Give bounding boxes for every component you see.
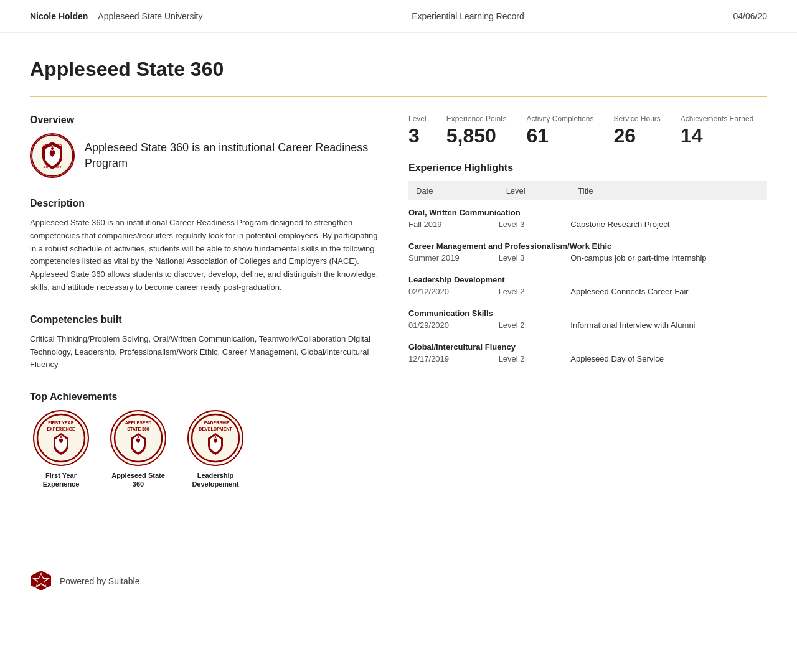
svg-text:EXPERIENCE: EXPERIENCE [47,427,75,431]
table-row: 12/17/2019Level 2Appleseed Day of Servic… [408,353,767,368]
table-row: 02/12/2020Level 2Appleseed Connects Care… [408,286,767,301]
competency-row: Communication Skills [408,301,767,319]
badge-label-2: Appleseed State 360 [107,471,169,489]
svg-text:APPLESEED: APPLESEED [43,144,62,147]
experience-points-value: 5,850 [446,124,496,147]
table-header: Date Level Title [408,181,767,200]
logo-svg: APPLESEED STATE UNIV [31,134,73,177]
description-text: Appleseed State 360 is an institutional … [30,217,379,294]
achievements-title: Top Achievements [30,391,379,403]
footer: Powered by Suitable [0,554,797,609]
suitable-logo-svg [30,569,52,592]
badge-first-year: FIRST YEAR EXPERIENCE First Year Experie… [30,410,92,489]
badge-appleseed: APPLESEED STATE 360 Appleseed State 360 [107,410,169,489]
svg-point-11 [138,436,139,438]
two-column-layout: Overview [30,114,767,509]
competencies-title: Competencies built [30,314,379,325]
institution-logo: APPLESEED STATE UNIV [30,133,75,178]
left-column: Overview [30,114,379,509]
badge-img-appleseed: APPLESEED STATE 360 [110,410,166,466]
student-name: Nicole Holden [30,11,88,21]
col-level: Level [499,181,571,200]
achievements-section: Top Achievements FIRST YEAR EXPERIENCE [30,391,379,489]
table-body: Oral, Written CommunicationFall 2019Leve… [408,200,767,368]
badge-svg-2: APPLESEED STATE 360 [113,413,163,463]
svg-point-1 [51,147,54,150]
experience-points-label: Experience Points [446,114,507,124]
header-left: Nicole Holden Appleseed State University [30,11,202,21]
badge-label-3: Leadership Developement [184,471,247,489]
activity-completions-label: Activity Completions [526,114,593,124]
stat-achievements: Achievements Earned 14 [681,114,753,147]
achievements-value: 14 [681,124,703,147]
svg-text:FIRST YEAR: FIRST YEAR [48,421,74,425]
table-row: Fall 2019Level 3Capstone Research Projec… [408,218,767,234]
activity-completions-value: 61 [526,124,549,147]
competency-row: Global/Intercultural Fluency [408,335,767,353]
badge-img-first-year: FIRST YEAR EXPERIENCE [33,410,89,466]
page-header: Nicole Holden Appleseed State University… [0,0,797,33]
table-row: Summer 2019Level 3On-campus job or part-… [408,252,767,268]
col-date: Date [408,181,499,200]
svg-point-7 [60,436,62,438]
svg-text:DEVELOPMENT: DEVELOPMENT [199,427,232,431]
table-row: 01/29/2020Level 2Informational Interview… [408,319,767,335]
badges-container: FIRST YEAR EXPERIENCE First Year Experie… [30,410,379,489]
stat-activity-completions: Activity Completions 61 [526,114,593,147]
competency-row: Oral, Written Communication [408,200,767,218]
badge-svg-3: LEADERSHIP DEVELOPMENT [191,413,240,463]
svg-text:STATE 360: STATE 360 [127,427,149,431]
divider [30,96,767,97]
stat-experience-points: Experience Points 5,850 [446,114,507,147]
service-hours-value: 26 [613,124,636,147]
main-content: Appleseed State 360 Overview [0,33,797,534]
overview-section: Overview [30,114,379,178]
suitable-logo [30,569,52,594]
overview-title: Overview [30,114,379,126]
stats-row: Level 3 Experience Points 5,850 Activity… [408,114,767,147]
record-date: 04/06/20 [733,11,767,21]
svg-point-15 [215,436,217,438]
competencies-text: Critical Thinking/Problem Solving, Oral/… [30,333,379,371]
overview-description: Appleseed State 360 is an institutional … [85,140,379,171]
badge-leadership: LEADERSHIP DEVELOPMENT Leadership Develo… [184,410,247,489]
footer-text: Powered by Suitable [60,576,139,586]
level-value: 3 [408,124,420,147]
badge-img-leadership: LEADERSHIP DEVELOPMENT [187,410,243,466]
description-section: Description Appleseed State 360 is an in… [30,198,379,294]
stat-service-hours: Service Hours 26 [613,114,660,147]
col-title: Title [570,181,767,200]
stat-level: Level 3 [408,114,427,147]
competencies-section: Competencies built Critical Thinking/Pro… [30,314,379,371]
overview-header: APPLESEED STATE UNIV Appleseed State 360… [30,133,379,178]
table-header-row: Date Level Title [408,181,767,200]
record-type: Experiential Learning Record [412,11,524,21]
svg-text:STATE UNIV: STATE UNIV [44,165,62,169]
highlights-table: Date Level Title Oral, Written Communica… [408,181,767,368]
highlights-title: Experience Highlights [408,162,767,174]
svg-text:LEADERSHIP: LEADERSHIP [201,421,229,425]
page-title: Appleseed State 360 [30,58,767,81]
service-hours-label: Service Hours [613,114,660,124]
competency-row: Career Management and Professionalism/Wo… [408,234,767,252]
description-title: Description [30,198,379,209]
right-column: Level 3 Experience Points 5,850 Activity… [408,114,767,509]
competency-row: Leadership Development [408,268,767,286]
badge-label-1: First Year Experience [30,471,92,489]
svg-text:APPLESEED: APPLESEED [125,421,151,425]
level-label: Level [408,114,427,124]
university-name: Appleseed State University [98,11,202,21]
highlights-section: Experience Highlights Date Level Title O… [408,162,767,368]
badge-svg-1: FIRST YEAR EXPERIENCE [36,413,86,463]
achievements-label: Achievements Earned [681,114,753,124]
